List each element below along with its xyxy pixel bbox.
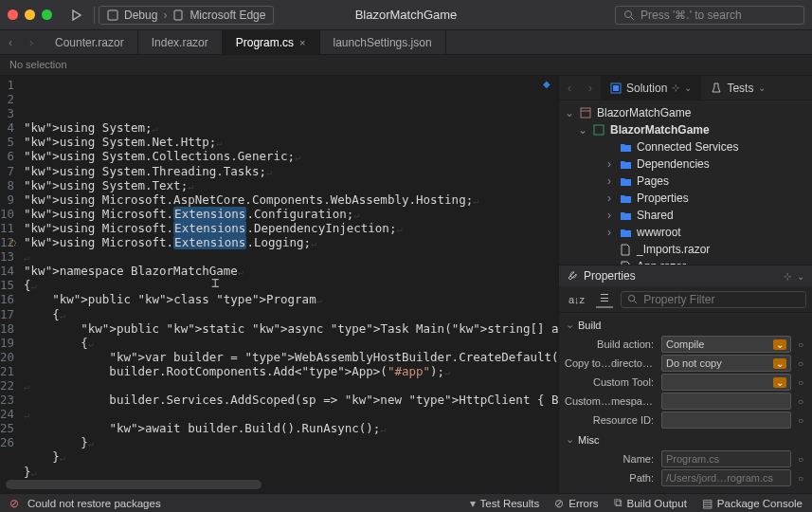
property-row: Resource ID:○ bbox=[565, 411, 806, 430]
file-icon bbox=[619, 243, 632, 256]
property-value[interactable] bbox=[661, 393, 791, 410]
folder-icon bbox=[619, 209, 632, 222]
status-error[interactable]: ⊘ Could not restore packages bbox=[9, 497, 161, 510]
side-nav-back[interactable]: ‹ bbox=[559, 76, 580, 100]
breakpoint-icon bbox=[107, 9, 118, 21]
tree-item[interactable]: ›Properties bbox=[559, 190, 812, 207]
svg-rect-0 bbox=[108, 10, 117, 20]
editor-tabstrip: ‹ › Counter.razorIndex.razorProgram.cs×l… bbox=[0, 30, 812, 55]
property-row: Build action:Compile○ bbox=[565, 335, 806, 354]
close-tab-icon[interactable]: × bbox=[299, 37, 305, 48]
nav-back[interactable]: ‹ bbox=[0, 30, 21, 54]
property-group[interactable]: ⌄Misc bbox=[565, 430, 806, 449]
property-value[interactable] bbox=[661, 374, 791, 391]
property-indicator[interactable]: ○ bbox=[795, 454, 806, 465]
search-icon bbox=[623, 9, 635, 21]
horizontal-scrollbar[interactable] bbox=[6, 480, 262, 489]
status-item[interactable]: ⊘Errors bbox=[554, 497, 598, 510]
property-indicator[interactable]: ○ bbox=[795, 377, 806, 388]
status-item[interactable]: ▾Test Results bbox=[470, 497, 540, 510]
tree-item[interactable]: ›Dependencies bbox=[559, 155, 812, 173]
tree-item[interactable]: Connected Services bbox=[559, 138, 812, 155]
property-row: Path:/Users/jord…rogram.cs○ bbox=[565, 468, 806, 487]
properties-title: Properties bbox=[584, 269, 636, 283]
svg-point-2 bbox=[625, 10, 632, 17]
folder-icon bbox=[619, 226, 632, 239]
sort-category-button[interactable]: ☰ bbox=[596, 290, 613, 308]
tree-item[interactable]: App.razor bbox=[559, 258, 812, 265]
property-row: Name:Program.cs○ bbox=[565, 449, 806, 468]
property-indicator[interactable]: ○ bbox=[795, 339, 806, 350]
svg-rect-1 bbox=[174, 10, 182, 20]
lightbulb-icon[interactable]: ◌ bbox=[9, 235, 16, 249]
properties-panel: Properties ⊹ ⌄ a↓z ☰ Property Filter ⌄Bu… bbox=[559, 265, 812, 493]
solution-icon bbox=[610, 82, 622, 94]
wrench-icon bbox=[567, 270, 578, 282]
folder-icon bbox=[619, 192, 632, 205]
error-icon: ⊘ bbox=[9, 497, 19, 510]
pin-icon[interactable]: ⊹ bbox=[784, 271, 791, 282]
minimize-window[interactable] bbox=[25, 9, 35, 20]
folder-icon bbox=[619, 174, 632, 188]
tree-item[interactable]: ›wwwroot bbox=[559, 224, 812, 241]
solution-root[interactable]: ⌄ BlazorMatchGame bbox=[559, 104, 812, 121]
editor-tab[interactable]: Program.cs× bbox=[223, 30, 320, 54]
property-value[interactable]: Program.cs bbox=[661, 450, 791, 467]
property-indicator[interactable]: ○ bbox=[795, 473, 806, 484]
editor-tab[interactable]: launchSettings.json bbox=[320, 30, 446, 54]
solution-tree[interactable]: ⌄ BlazorMatchGame ⌄ BlazorMatchGame Conn… bbox=[559, 101, 812, 265]
global-search[interactable]: Press '⌘.' to search bbox=[615, 6, 804, 25]
config-selector[interactable]: Debug › Microsoft Edge bbox=[99, 6, 274, 25]
property-row: Custom Tool:○ bbox=[565, 373, 806, 392]
svg-rect-7 bbox=[594, 125, 604, 135]
tree-item[interactable]: ›Shared bbox=[559, 207, 812, 224]
code-area[interactable]: ⌶ "kw">using System;↵"kw">using System.N… bbox=[24, 78, 558, 493]
tree-item[interactable]: ›Pages bbox=[559, 173, 812, 190]
config-label: Debug bbox=[124, 9, 157, 22]
side-panel: ‹ › Solution ⊹ ⌄ Tests ⌄ ⌄ BlazorMatchGa… bbox=[558, 76, 812, 493]
property-value[interactable]: Do not copy bbox=[661, 355, 791, 372]
tree-item[interactable]: _Imports.razor bbox=[559, 241, 812, 258]
svg-line-3 bbox=[631, 17, 634, 20]
property-filter-input[interactable]: Property Filter bbox=[621, 291, 806, 308]
property-row: Custom…mespace:○ bbox=[565, 392, 806, 411]
editor-tab[interactable]: Counter.razor bbox=[42, 30, 138, 54]
target-label: Microsoft Edge bbox=[189, 9, 265, 22]
project-node[interactable]: ⌄ BlazorMatchGame bbox=[559, 121, 812, 138]
search-placeholder: Press '⌘.' to search bbox=[641, 9, 742, 22]
line-gutter[interactable]: 1234567891011121314151617181920212223242… bbox=[0, 78, 24, 493]
pin-icon[interactable]: ⊹ bbox=[672, 82, 679, 93]
property-indicator[interactable]: ○ bbox=[795, 415, 806, 426]
folder-icon bbox=[619, 157, 632, 171]
property-indicator[interactable]: ○ bbox=[795, 358, 806, 369]
titlebar: Debug › Microsoft Edge BlazorMatchGame P… bbox=[0, 0, 812, 30]
search-icon bbox=[627, 294, 638, 304]
svg-point-10 bbox=[629, 295, 635, 301]
property-value[interactable]: /Users/jord…rogram.cs bbox=[661, 469, 791, 486]
window-controls bbox=[8, 9, 52, 20]
tab-tests[interactable]: Tests ⌄ bbox=[701, 76, 775, 100]
property-value[interactable]: Compile bbox=[661, 336, 791, 353]
folder-icon bbox=[619, 140, 632, 154]
nav-forward[interactable]: › bbox=[21, 30, 42, 54]
side-nav-forward[interactable]: › bbox=[580, 76, 601, 100]
status-item[interactable]: ▤Package Console bbox=[702, 497, 803, 510]
property-value[interactable] bbox=[661, 411, 791, 429]
property-row: Copy to…directory:Do not copy○ bbox=[565, 354, 806, 373]
zoom-window[interactable] bbox=[42, 9, 52, 20]
breadcrumb[interactable]: No selection bbox=[0, 55, 812, 76]
tab-solution[interactable]: Solution ⊹ ⌄ bbox=[601, 76, 701, 100]
editor-tab[interactable]: Index.razor bbox=[138, 30, 223, 54]
close-window[interactable] bbox=[8, 9, 18, 20]
sort-alpha-button[interactable]: a↓z bbox=[565, 292, 588, 307]
status-item[interactable]: ⧉Build Output bbox=[614, 497, 687, 510]
status-bar: ⊘ Could not restore packages ▾Test Resul… bbox=[0, 493, 812, 512]
flask-icon bbox=[711, 82, 722, 94]
svg-rect-6 bbox=[581, 108, 590, 118]
device-icon bbox=[172, 9, 184, 21]
property-group[interactable]: ⌄Build bbox=[565, 315, 806, 335]
svg-rect-5 bbox=[613, 85, 619, 91]
run-button[interactable] bbox=[63, 5, 90, 26]
code-editor[interactable]: ◆ 12345678910111213141516171819202122232… bbox=[0, 76, 558, 493]
property-indicator[interactable]: ○ bbox=[795, 396, 806, 407]
